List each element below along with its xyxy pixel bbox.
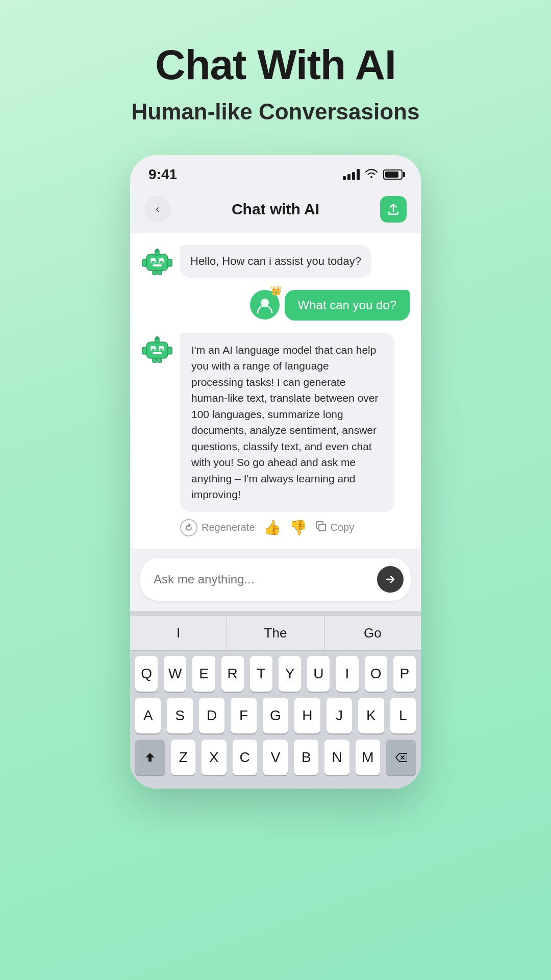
- key-b[interactable]: B: [294, 740, 318, 775]
- share-icon: [387, 203, 400, 216]
- status-bar: 9:41: [130, 155, 421, 188]
- key-g[interactable]: G: [263, 698, 288, 733]
- share-button[interactable]: [380, 196, 407, 223]
- svg-rect-10: [152, 261, 155, 263]
- key-s[interactable]: S: [167, 698, 192, 733]
- status-time: 9:41: [148, 166, 177, 183]
- thumbs-up-button[interactable]: 👍: [263, 519, 281, 536]
- shift-key[interactable]: [135, 740, 165, 775]
- status-icons: [343, 168, 403, 181]
- keyboard: I The Go Q W E R T Y U I O P A S D F G H…: [130, 611, 421, 789]
- page-subtitle: Human-like Conversasions: [132, 99, 420, 125]
- svg-rect-23: [152, 349, 155, 351]
- copy-icon: [315, 521, 327, 535]
- phone-mockup: 9:41 ‹ Chat with AI: [130, 155, 421, 789]
- keyboard-row-2: A S D F G H J K L: [130, 698, 421, 733]
- key-k[interactable]: K: [358, 698, 384, 733]
- user-message: What can you do? 👑: [141, 290, 410, 321]
- key-w[interactable]: W: [164, 656, 186, 692]
- regenerate-button[interactable]: Regenerate: [180, 519, 255, 536]
- send-button[interactable]: [377, 566, 404, 593]
- bot-bubble-1: Hello, How can i assist you today?: [180, 245, 371, 278]
- keyboard-row-3: Z X C V B N M: [130, 740, 421, 775]
- user-avatar: 👑: [250, 290, 280, 320]
- header-title: Chat with AI: [232, 201, 319, 218]
- bot-message-2: I'm an AI language model that can help y…: [141, 333, 410, 536]
- key-p[interactable]: P: [393, 656, 416, 692]
- regenerate-icon: [180, 519, 197, 536]
- svg-rect-11: [160, 261, 163, 263]
- key-v[interactable]: V: [263, 740, 288, 775]
- key-o[interactable]: O: [365, 656, 387, 692]
- svg-rect-8: [153, 271, 157, 275]
- key-h[interactable]: H: [294, 698, 320, 733]
- bot-message-1: Hello, How can i assist you today?: [141, 245, 410, 278]
- suggestion-the[interactable]: The: [227, 616, 324, 650]
- keyboard-row-1: Q W E R T Y U I O P: [130, 656, 421, 692]
- key-m[interactable]: M: [356, 740, 380, 775]
- battery-icon: [383, 169, 403, 180]
- thumbs-down-button[interactable]: 👎: [289, 519, 307, 536]
- crown-icon: 👑: [270, 285, 282, 296]
- key-q[interactable]: Q: [135, 656, 158, 692]
- key-n[interactable]: N: [324, 740, 349, 775]
- svg-rect-25: [319, 524, 325, 531]
- key-a[interactable]: A: [135, 698, 161, 733]
- key-z[interactable]: Z: [171, 740, 195, 775]
- svg-rect-0: [146, 254, 168, 271]
- action-bar: Regenerate 👍 👎 Copy: [180, 519, 394, 536]
- svg-rect-21: [153, 358, 157, 362]
- svg-rect-19: [142, 347, 146, 354]
- page-title: Chat With AI: [155, 41, 396, 89]
- svg-rect-20: [168, 347, 172, 354]
- svg-rect-13: [146, 342, 168, 358]
- svg-rect-22: [158, 358, 162, 362]
- svg-rect-3: [153, 264, 162, 266]
- suggestion-go[interactable]: Go: [324, 616, 421, 650]
- svg-rect-16: [153, 352, 162, 354]
- key-u[interactable]: U: [307, 656, 330, 692]
- key-i[interactable]: I: [336, 656, 358, 692]
- suggestion-i[interactable]: I: [130, 616, 227, 650]
- key-j[interactable]: J: [327, 698, 352, 733]
- svg-rect-6: [142, 259, 146, 266]
- signal-icon: [343, 169, 360, 180]
- svg-point-5: [156, 249, 159, 252]
- key-l[interactable]: L: [390, 698, 416, 733]
- svg-rect-7: [168, 259, 172, 266]
- app-header: ‹ Chat with AI: [130, 188, 421, 233]
- svg-rect-24: [160, 349, 163, 351]
- key-t[interactable]: T: [250, 656, 272, 692]
- key-c[interactable]: C: [233, 740, 257, 775]
- key-f[interactable]: F: [231, 698, 256, 733]
- input-wrapper[interactable]: [140, 558, 411, 601]
- bot-avatar-2: [141, 333, 173, 364]
- key-x[interactable]: X: [202, 740, 226, 775]
- key-e[interactable]: E: [192, 656, 215, 692]
- wifi-icon: [365, 168, 378, 181]
- key-d[interactable]: D: [199, 698, 224, 733]
- key-r[interactable]: R: [221, 656, 244, 692]
- chat-area: Hello, How can i assist you today? What …: [130, 233, 421, 549]
- backspace-key[interactable]: [386, 740, 416, 775]
- input-bar: [130, 549, 421, 611]
- back-button[interactable]: ‹: [144, 196, 171, 223]
- user-bubble: What can you do?: [285, 290, 410, 321]
- keyboard-suggestions: I The Go: [130, 616, 421, 651]
- svg-point-18: [156, 336, 159, 339]
- bot-bubble-2: I'm an AI language model that can help y…: [180, 333, 394, 512]
- bot-avatar: [141, 245, 173, 277]
- key-y[interactable]: Y: [279, 656, 301, 692]
- copy-button[interactable]: Copy: [315, 521, 355, 535]
- chat-input[interactable]: [154, 572, 377, 586]
- svg-rect-9: [158, 271, 162, 275]
